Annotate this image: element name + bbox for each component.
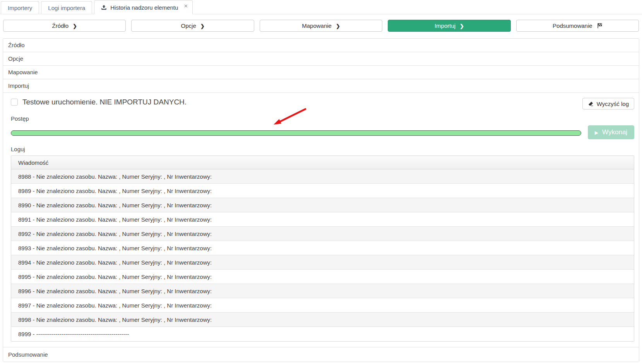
tab-close-icon[interactable]: × [184, 3, 188, 9]
checkered-flag-icon [597, 23, 603, 29]
clear-log-button[interactable]: Wyczyść log [582, 98, 634, 109]
tab-label: Logi importera [48, 5, 85, 11]
test-run-label: Testowe uruchomienie. NIE IMPORTUJ DANYC… [22, 98, 187, 106]
log-label: Loguj [11, 146, 634, 152]
log-table: Wiadomość 8988 - Nie znaleziono zasobu. … [11, 156, 634, 342]
progress-bar [11, 130, 581, 136]
execute-label: Wykonaj [602, 128, 627, 136]
step-label: Podsumowanie [553, 22, 592, 29]
step-opcje[interactable]: Opcje ❯ [131, 20, 254, 32]
progress-label: Postęp [11, 115, 634, 122]
step-importuj[interactable]: Importuj ❯ [388, 20, 510, 32]
tab-bar: Importery Logi importera Historia nadzor… [0, 0, 642, 14]
eraser-icon [588, 101, 594, 107]
chevron-right-icon: ❯ [460, 23, 464, 29]
play-icon: ▶ [595, 130, 598, 135]
import-wizard-accordion: Źródło Opcje Mapowanie Importuj Testowe … [3, 38, 639, 362]
tab-historia-nadzoru-elementu[interactable]: Historia nadzoru elementu × [94, 0, 193, 14]
tab-logi-importera[interactable]: Logi importera [41, 1, 92, 14]
wizard-step-bar: Źródło ❯ Opcje ❯ Mapowanie ❯ Importuj ❯ … [0, 14, 642, 32]
accordion-section-podsumowanie[interactable]: Podsumowanie [3, 347, 639, 362]
step-label: Opcje [181, 22, 196, 29]
log-row: 8994 - Nie znaleziono zasobu. Nazwa: , N… [11, 255, 634, 270]
clear-log-label: Wyczyść log [597, 101, 629, 107]
test-run-row: Testowe uruchomienie. NIE IMPORTUJ DANYC… [11, 98, 187, 106]
tab-importery[interactable]: Importery [1, 1, 39, 14]
test-run-checkbox[interactable] [11, 99, 18, 106]
step-label: Importuj [435, 22, 455, 29]
log-table-header: Wiadomość [11, 156, 634, 169]
log-table-body: 8988 - Nie znaleziono zasobu. Nazwa: , N… [11, 169, 634, 341]
log-row: 8990 - Nie znaleziono zasobu. Nazwa: , N… [11, 198, 634, 212]
step-label: Mapowanie [302, 22, 332, 29]
log-row: 8997 - Nie znaleziono zasobu. Nazwa: , N… [11, 298, 634, 313]
import-upload-icon [101, 5, 107, 10]
step-label: Źródło [52, 22, 68, 29]
accordion-section-zrodlo[interactable]: Źródło [3, 39, 639, 52]
log-row: 8988 - Nie znaleziono zasobu. Nazwa: , N… [11, 169, 634, 184]
execute-button[interactable]: ▶ Wykonaj [588, 125, 634, 139]
importuj-panel: Testowe uruchomienie. NIE IMPORTUJ DANYC… [3, 93, 639, 347]
step-zrodlo[interactable]: Źródło ❯ [3, 20, 126, 32]
log-row: 8992 - Nie znaleziono zasobu. Nazwa: , N… [11, 227, 634, 241]
chevron-right-icon: ❯ [336, 23, 340, 29]
log-row: 8995 - Nie znaleziono zasobu. Nazwa: , N… [11, 270, 634, 284]
tab-label: Historia nadzoru elementu [110, 4, 178, 11]
log-row: 8998 - Nie znaleziono zasobu. Nazwa: , N… [11, 313, 634, 327]
log-row: 8991 - Nie znaleziono zasobu. Nazwa: , N… [11, 212, 634, 227]
log-row: 8993 - Nie znaleziono zasobu. Nazwa: , N… [11, 241, 634, 255]
log-row: 8989 - Nie znaleziono zasobu. Nazwa: , N… [11, 184, 634, 198]
tab-label: Importery [8, 5, 32, 11]
accordion-section-importuj[interactable]: Importuj [3, 79, 639, 93]
accordion-section-mapowanie[interactable]: Mapowanie [3, 66, 639, 79]
log-row: 8996 - Nie znaleziono zasobu. Nazwa: , N… [11, 284, 634, 298]
chevron-right-icon: ❯ [200, 23, 205, 29]
log-row: 8999 - ---------------------------------… [11, 327, 634, 341]
step-podsumowanie[interactable]: Podsumowanie [516, 20, 639, 32]
chevron-right-icon: ❯ [73, 23, 77, 29]
accordion-section-opcje[interactable]: Opcje [3, 52, 639, 66]
step-mapowanie[interactable]: Mapowanie ❯ [260, 20, 382, 32]
